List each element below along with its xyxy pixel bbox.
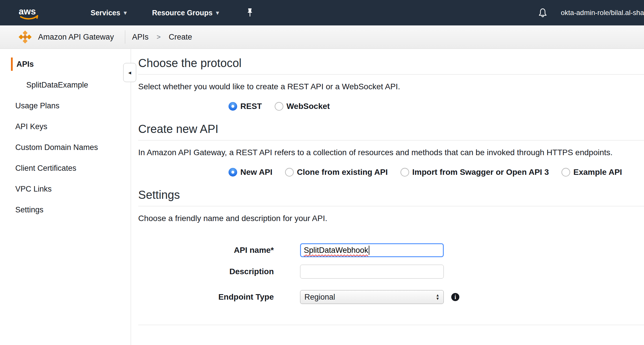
pin-icon xyxy=(246,8,254,18)
radio-option-new-api[interactable]: New API xyxy=(229,168,272,177)
breadcrumb-separator: > xyxy=(157,33,161,41)
breadcrumb: APIs > Create xyxy=(132,33,192,42)
create-api-radio-group: New API Clone from existing API Import f… xyxy=(229,168,644,177)
sidebar-item-api-keys[interactable]: API Keys xyxy=(0,116,131,137)
sidebar-item-custom-domain-names[interactable]: Custom Domain Names xyxy=(0,137,131,158)
endpoint-type-select[interactable]: Regional ▲ ▼ xyxy=(300,290,444,304)
main-content: Choose the protocol Select whether you w… xyxy=(131,49,644,345)
description-label: Description xyxy=(138,267,274,276)
clone-existing-radio[interactable] xyxy=(285,168,294,177)
resource-groups-menu-label: Resource Groups xyxy=(152,9,213,17)
divider xyxy=(138,325,644,325)
api-gateway-icon xyxy=(18,30,32,44)
create-api-section-description: In Amazon API Gateway, a REST API refers… xyxy=(138,148,644,157)
create-api-section-title: Create new API xyxy=(138,123,644,136)
chevron-down-icon: ▾ xyxy=(124,9,127,16)
endpoint-type-value: Regional xyxy=(304,293,335,302)
example-api-radio-label: Example API xyxy=(573,168,622,177)
websocket-radio[interactable] xyxy=(275,102,283,111)
select-arrow-down-icon: ▼ xyxy=(436,297,439,301)
account-menu[interactable]: okta-admin-role/bilal.al-sha xyxy=(561,9,644,17)
collapse-left-icon: ◂ xyxy=(128,69,131,76)
svg-text:aws: aws xyxy=(19,6,36,16)
sidebar-item-client-certificates[interactable]: Client Certificates xyxy=(0,158,131,179)
rest-radio-label: REST xyxy=(240,102,262,111)
new-api-radio-label: New API xyxy=(240,168,272,177)
topnav-right-group: okta-admin-role/bilal.al-sha xyxy=(538,8,644,18)
protocol-section-title: Choose the protocol xyxy=(138,57,644,70)
radio-option-rest[interactable]: REST xyxy=(229,102,262,111)
import-swagger-radio-label: Import from Swagger or Open API 3 xyxy=(412,168,549,177)
description-row: Description xyxy=(138,265,644,279)
divider xyxy=(138,140,644,140)
websocket-radio-label: WebSocket xyxy=(287,102,330,111)
pin-shortcut-button[interactable] xyxy=(246,8,254,18)
chevron-down-icon: ▾ xyxy=(216,9,219,16)
service-header-bar: Amazon API Gateway APIs > Create xyxy=(0,25,644,49)
services-menu-label: Services xyxy=(91,9,120,17)
description-input[interactable] xyxy=(300,265,444,279)
radio-option-example-api[interactable]: Example API xyxy=(561,168,622,177)
new-api-radio[interactable] xyxy=(229,168,237,177)
endpoint-type-info-icon[interactable]: i xyxy=(451,293,459,301)
select-arrows-icon: ▲ ▼ xyxy=(436,294,441,301)
endpoint-type-row: Endpoint Type Regional ▲ ▼ i xyxy=(138,290,644,304)
settings-section-title: Settings xyxy=(138,188,644,201)
bell-icon xyxy=(538,8,548,18)
notifications-button[interactable] xyxy=(538,8,548,18)
header-divider xyxy=(125,30,125,44)
breadcrumb-current-page: Create xyxy=(169,33,192,42)
divider xyxy=(138,74,644,75)
api-name-value: SplitDataWebhook xyxy=(304,246,368,255)
radio-option-websocket[interactable]: WebSocket xyxy=(275,102,330,111)
sidebar-item-vpc-links[interactable]: VPC Links xyxy=(0,179,131,199)
sidebar-item-splitdataexample[interactable]: SplitDataExample xyxy=(0,75,131,95)
api-settings-form: API name* SplitDataWebhook Description E… xyxy=(138,243,644,304)
text-cursor xyxy=(369,246,369,255)
api-name-input[interactable]: SplitDataWebhook xyxy=(300,243,444,257)
protocol-section-description: Select whether you would like to create … xyxy=(138,82,644,91)
sidebar-item-apis[interactable]: APIs xyxy=(11,57,131,71)
endpoint-type-label: Endpoint Type xyxy=(138,292,274,302)
settings-section-description: Choose a friendly name and description f… xyxy=(138,214,644,223)
resource-groups-menu[interactable]: Resource Groups ▾ xyxy=(152,9,219,17)
breadcrumb-apis-link[interactable]: APIs xyxy=(132,33,149,42)
sidebar-collapse-button[interactable]: ◂ xyxy=(123,63,136,82)
service-name: Amazon API Gateway xyxy=(38,33,114,42)
rest-radio[interactable] xyxy=(229,102,237,111)
clone-existing-radio-label: Clone from existing API xyxy=(297,168,388,177)
example-api-radio[interactable] xyxy=(561,168,570,177)
top-navigation-bar: aws Services ▾ Resource Groups ▾ okta-ad… xyxy=(0,0,644,25)
api-name-row: API name* SplitDataWebhook xyxy=(138,243,644,257)
protocol-radio-group: REST WebSocket xyxy=(229,102,644,111)
import-swagger-radio[interactable] xyxy=(400,168,409,177)
service-home-link[interactable]: Amazon API Gateway xyxy=(18,30,114,44)
services-menu[interactable]: Services ▾ xyxy=(91,9,127,17)
divider xyxy=(138,206,644,206)
sidebar-item-settings[interactable]: Settings xyxy=(0,199,131,220)
sidebar-item-usage-plans[interactable]: Usage Plans xyxy=(0,95,131,116)
aws-logo[interactable]: aws xyxy=(17,5,42,20)
api-name-label: API name* xyxy=(138,246,274,255)
sidebar-navigation: APIs SplitDataExample Usage Plans API Ke… xyxy=(0,49,131,345)
radio-option-import-swagger[interactable]: Import from Swagger or Open API 3 xyxy=(400,168,549,177)
aws-logo-icon: aws xyxy=(17,5,42,20)
radio-option-clone-existing[interactable]: Clone from existing API xyxy=(285,168,388,177)
